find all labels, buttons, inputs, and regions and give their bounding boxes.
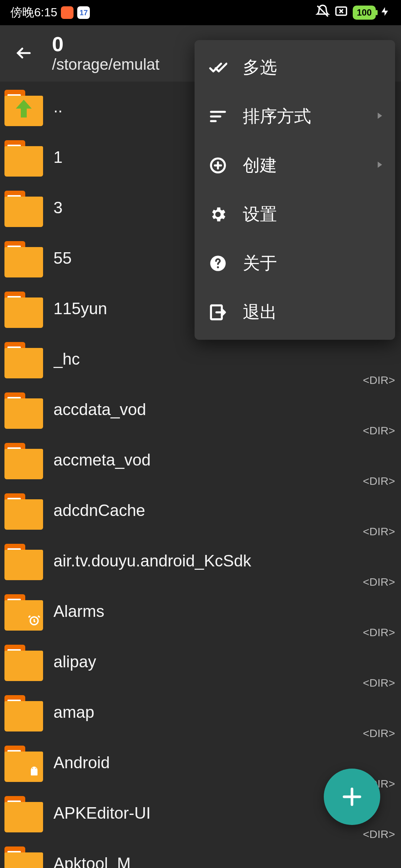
svg-point-6 <box>217 266 219 268</box>
file-row[interactable]: Apktool_M <box>0 838 401 868</box>
file-row[interactable]: accmeta_vod<DIR> <box>0 435 401 485</box>
charging-icon <box>380 6 391 20</box>
file-row[interactable]: _hc<DIR> <box>0 334 401 384</box>
file-name-label: Apktool_M <box>53 854 397 868</box>
mute-icon <box>316 4 330 21</box>
folder-icon <box>4 441 43 479</box>
menu-item-settings[interactable]: 设置 <box>195 190 395 239</box>
current-path: /storage/emulat <box>52 56 160 73</box>
folder-icon <box>4 188 43 227</box>
chevron-right-icon <box>374 111 385 122</box>
folder-icon <box>4 390 43 429</box>
folder-icon <box>4 844 43 868</box>
selection-count: 0 <box>52 33 160 56</box>
file-row[interactable]: adcdnCache<DIR> <box>0 485 401 536</box>
back-button[interactable] <box>9 44 39 62</box>
menu-item-label: 创建 <box>243 154 277 177</box>
folder-icon <box>4 642 43 681</box>
file-row[interactable]: accdata_vod<DIR> <box>0 384 401 435</box>
menu-item-label: 设置 <box>243 203 277 226</box>
svg-point-2 <box>32 767 33 769</box>
add-circle-icon <box>208 156 228 175</box>
menu-item-create[interactable]: 创建 <box>195 141 395 190</box>
folder-icon <box>4 743 43 782</box>
menu-item-exit[interactable]: 退出 <box>195 288 395 337</box>
file-row[interactable]: air.tv.douyu.android_KcSdk<DIR> <box>0 536 401 586</box>
menu-item-label: 退出 <box>243 301 277 324</box>
file-name-label: Alarms <box>53 602 397 621</box>
close-box-icon <box>334 4 348 21</box>
android-overlay-icon <box>27 765 41 780</box>
file-name-label: _hc <box>53 350 397 368</box>
folder-icon <box>4 542 43 580</box>
folder-icon <box>4 289 43 328</box>
status-bar: 傍晚6:15 17 100 <box>0 0 401 25</box>
file-name-label: amap <box>53 703 397 721</box>
folder-icon <box>4 239 43 277</box>
help-icon <box>208 254 228 273</box>
file-name-label: accdata_vod <box>53 400 397 419</box>
status-time: 傍晚6:15 <box>10 4 57 21</box>
alarm-overlay-icon <box>27 614 41 628</box>
sort-icon <box>208 107 228 126</box>
file-name-label: air.tv.douyu.android_KcSdk <box>53 552 397 570</box>
check-all-icon <box>208 58 228 77</box>
file-name-label: adcdnCache <box>53 501 397 520</box>
folder-icon <box>4 693 43 731</box>
file-row[interactable]: alipay<DIR> <box>0 637 401 687</box>
file-row[interactable]: amap<DIR> <box>0 687 401 737</box>
status-app-icon <box>61 6 74 19</box>
menu-item-label: 排序方式 <box>243 105 311 128</box>
menu-item-about[interactable]: 关于 <box>195 239 395 288</box>
gear-icon <box>208 205 228 224</box>
exit-icon <box>208 303 228 322</box>
folder-icon <box>4 138 43 177</box>
fab-add-button[interactable] <box>324 769 380 825</box>
folder-up-icon <box>4 88 43 126</box>
menu-item-label: 关于 <box>243 252 277 275</box>
folder-icon <box>4 340 43 378</box>
menu-item-multiselect[interactable]: 多选 <box>195 43 395 92</box>
menu-item-sort[interactable]: 排序方式 <box>195 92 395 141</box>
folder-icon <box>4 794 43 832</box>
file-name-label: accmeta_vod <box>53 451 397 469</box>
file-row[interactable]: Alarms<DIR> <box>0 586 401 637</box>
battery-indicator: 100 <box>353 6 376 20</box>
status-calendar-icon: 17 <box>77 6 90 19</box>
chevron-right-icon <box>374 160 385 171</box>
folder-icon <box>4 592 43 631</box>
context-menu: 多选排序方式创建设置关于退出 <box>195 40 395 340</box>
svg-point-3 <box>35 767 36 769</box>
file-name-label: alipay <box>53 652 397 671</box>
menu-item-label: 多选 <box>243 56 277 79</box>
folder-icon <box>4 491 43 530</box>
